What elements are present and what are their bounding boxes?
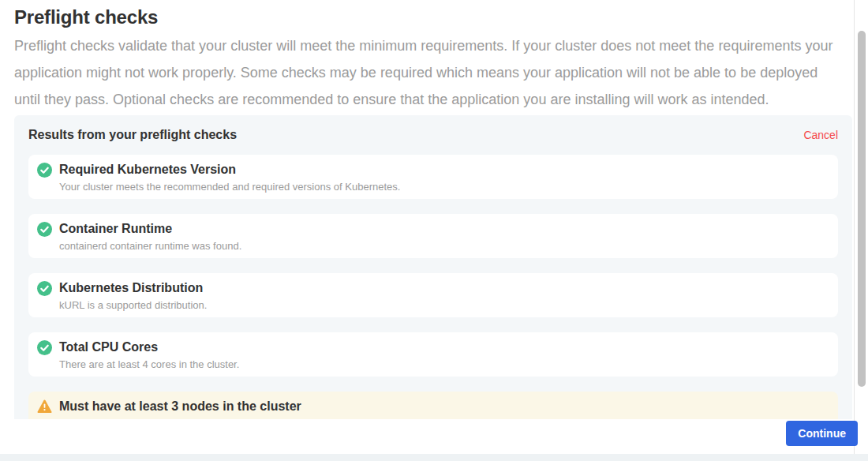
cancel-link[interactable]: Cancel [803,129,838,141]
panel-header: Results from your preflight checks Cance… [28,128,838,142]
check-card-kubernetes-distribution: Kubernetes Distribution kURL is a suppor… [28,273,838,317]
results-heading: Results from your preflight checks [28,128,237,142]
content: Preflight checks Preflight checks valida… [0,0,854,419]
check-detail: There are at least 4 cores in the cluste… [59,358,239,370]
check-circle-icon [37,222,52,237]
check-title: Must have at least 3 nodes in the cluste… [59,399,301,414]
check-text: Kubernetes Distribution kURL is a suppor… [59,280,207,311]
footer [0,419,854,454]
check-card-required-kubernetes-version: Required Kubernetes Version Your cluster… [28,155,838,199]
check-title: Required Kubernetes Version [59,162,400,177]
check-title: Total CPU Cores [59,339,239,354]
scroll-area: Preflight checks Preflight checks valida… [0,0,854,419]
check-detail: Your cluster meets the recommended and r… [59,181,400,193]
check-circle-icon [37,163,52,178]
check-circle-icon [37,340,52,355]
page-title: Preflight checks [14,6,854,28]
check-text: Required Kubernetes Version Your cluster… [59,162,400,193]
check-card-node-count-warning: Must have at least 3 nodes in the cluste… [28,392,838,419]
scrollbar-thumb[interactable] [858,31,866,387]
warning-triangle-icon [37,399,52,414]
scrollbar[interactable] [854,0,868,454]
check-text: Total CPU Cores There are at least 4 cor… [59,339,239,370]
check-text: Container Runtime containerd container r… [59,221,241,252]
check-circle-icon [37,281,52,296]
page-description: Preflight checks validate that your clus… [14,32,838,113]
continue-button[interactable]: Continue [786,421,858,446]
check-title: Container Runtime [59,221,241,236]
preflight-results-panel: Results from your preflight checks Cance… [14,115,852,419]
bottom-strip [0,454,868,461]
preflight-page: Preflight checks Preflight checks valida… [0,0,868,461]
check-detail: containerd container runtime was found. [59,240,241,252]
check-card-container-runtime: Container Runtime containerd container r… [28,214,838,258]
check-text: Must have at least 3 nodes in the cluste… [59,399,301,419]
check-title: Kubernetes Distribution [59,280,207,295]
check-detail: kURL is a supported distribution. [59,299,207,311]
check-card-total-cpu-cores: Total CPU Cores There are at least 4 cor… [28,332,838,377]
